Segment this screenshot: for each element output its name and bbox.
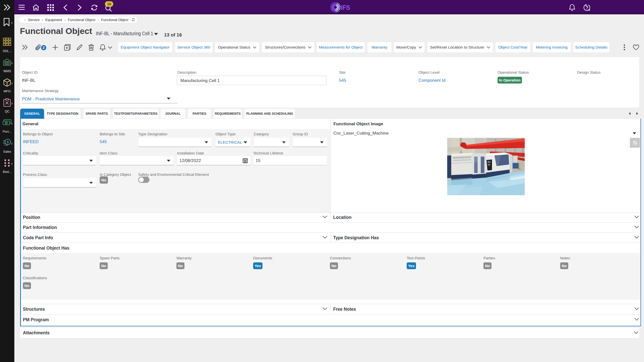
svg-text:$: $ xyxy=(7,140,9,144)
svg-text:$: $ xyxy=(6,122,7,125)
